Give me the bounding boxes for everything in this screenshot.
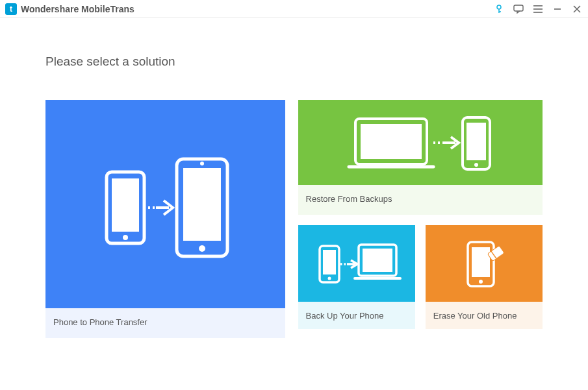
phone-to-phone-icon [45,100,285,308]
titlebar: t Wondershare MobileTrans [0,0,588,18]
main-content: Please select a solution [0,18,588,358]
backup-label: Back Up Your Phone [298,302,415,329]
svg-rect-3 [514,5,523,11]
svg-point-16 [200,162,204,165]
svg-point-37 [479,280,483,284]
left-column: Phone to Phone Transfer [45,100,285,338]
svg-rect-23 [467,123,486,160]
close-button[interactable] [571,3,583,15]
phone-to-phone-label: Phone to Phone Transfer [45,308,285,338]
svg-rect-36 [472,247,490,277]
bottom-row: Back Up Your Phone [298,225,543,329]
svg-point-24 [474,163,478,167]
solutions-grid: Phone to Phone Transfer [45,100,543,338]
restore-icon [298,100,543,185]
svg-point-29 [327,277,331,280]
backup-icon [298,225,415,302]
app-logo: t [5,3,17,15]
svg-rect-11 [112,178,139,232]
key-icon[interactable] [493,3,505,15]
page-heading: Please select a solution [45,55,543,69]
restore-label: Restore From Backups [298,185,543,215]
menu-icon[interactable] [532,3,544,15]
erase-card[interactable]: Erase Your Old Phone [426,225,543,329]
app-title: Wondershare MobileTrans [21,4,493,14]
minimize-button[interactable] [552,3,563,15]
erase-label: Erase Your Old Phone [426,302,543,329]
svg-rect-31 [363,249,392,272]
svg-point-0 [497,5,501,9]
svg-point-12 [123,235,128,240]
svg-rect-28 [323,250,336,274]
svg-rect-14 [183,168,221,241]
backup-card[interactable]: Back Up Your Phone [298,225,415,329]
right-column: Restore From Backups [298,100,543,338]
phone-to-phone-card[interactable]: Phone to Phone Transfer [45,100,285,338]
feedback-icon[interactable] [513,3,524,15]
logo-letter: t [10,5,12,14]
erase-icon [426,225,543,302]
restore-card[interactable]: Restore From Backups [298,100,543,215]
svg-rect-20 [361,124,422,159]
svg-point-15 [199,245,205,252]
titlebar-controls [493,3,583,15]
